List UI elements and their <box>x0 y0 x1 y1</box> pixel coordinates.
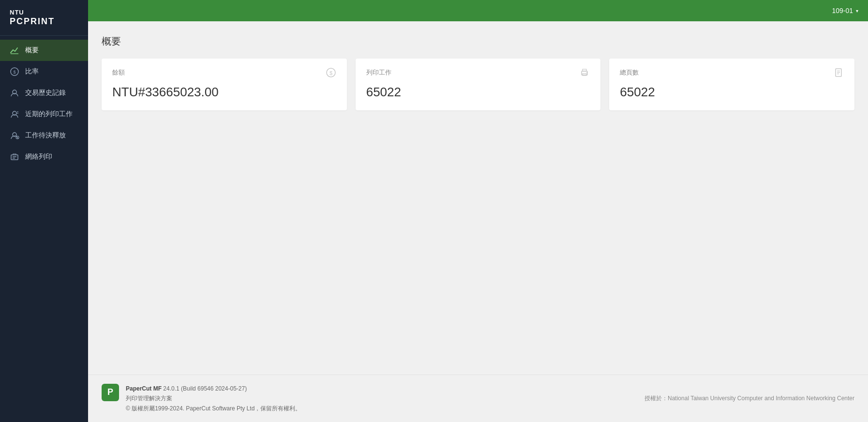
chart-line-icon <box>10 45 19 55</box>
papercut-logo: P <box>102 384 119 401</box>
cards-row: 餘額 $ NTU#33665023.00 列印工作 <box>102 59 854 110</box>
recent-jobs-icon <box>10 109 19 119</box>
sidebar-label-transactions: 交易歷史記錄 <box>25 89 66 97</box>
footer-left: P PaperCut MF 24.0.1 (Build 69546 2024-0… <box>102 384 301 413</box>
footer-rights: 授權於：National Taiwan University Computer … <box>644 394 854 403</box>
logo-ntu: NTU <box>10 9 78 16</box>
balance-card: 餘額 $ NTU#33665023.00 <box>102 59 347 110</box>
svg-point-19 <box>586 72 587 73</box>
sidebar-item-transactions[interactable]: 交易歷史記錄 <box>0 82 88 104</box>
print-jobs-card: 列印工作 65022 <box>356 59 601 110</box>
logo-pcprint: PCPRINT <box>10 16 78 27</box>
sidebar-item-rate[interactable]: $ 比率 <box>0 61 88 82</box>
pages-icon <box>833 67 844 78</box>
balance-label: 餘額 <box>112 68 125 77</box>
user-menu[interactable]: 109-01 ▾ <box>832 7 858 15</box>
svg-rect-23 <box>837 74 839 74</box>
username: 109-01 <box>832 7 853 15</box>
print-jobs-card-header: 列印工作 <box>366 67 590 78</box>
sidebar-label-recent-jobs: 近期的列印工作 <box>25 110 73 119</box>
footer-brand: PaperCut MF <box>126 385 162 392</box>
footer-info: PaperCut MF 24.0.1 (Build 69546 2024-05-… <box>126 384 301 413</box>
page-count-value: 65022 <box>620 85 844 100</box>
footer-tagline: 列印管理解決方案 <box>126 393 301 403</box>
svg-text:$: $ <box>13 70 15 75</box>
page-title: 概要 <box>102 35 854 48</box>
svg-rect-12 <box>13 156 16 157</box>
sidebar-logo: NTU PCPRINT <box>0 0 88 36</box>
svg-rect-13 <box>13 158 15 159</box>
page-count-card: 總頁數 65022 <box>609 59 854 110</box>
sidebar-label-held-jobs: 工作待決釋放 <box>25 131 66 140</box>
sidebar: NTU PCPRINT 概要 $ 比率 <box>0 0 88 422</box>
svg-rect-22 <box>837 72 840 73</box>
balance-card-header: 餘額 $ <box>112 67 336 78</box>
sidebar-label-web-print: 網絡列印 <box>25 152 52 161</box>
svg-text:$: $ <box>329 70 332 76</box>
held-jobs-icon <box>10 131 19 140</box>
page-count-card-header: 總頁數 <box>620 67 844 78</box>
sidebar-item-overview[interactable]: 概要 <box>0 40 88 61</box>
rate-icon: $ <box>10 67 19 76</box>
svg-point-10 <box>17 138 18 138</box>
svg-rect-21 <box>837 71 840 71</box>
sidebar-nav: 概要 $ 比率 交易歷史記錄 <box>0 36 88 422</box>
svg-rect-11 <box>11 155 18 160</box>
printer-icon <box>579 67 590 78</box>
sidebar-item-web-print[interactable]: 網絡列印 <box>0 146 88 167</box>
page-count-label: 總頁數 <box>620 68 639 77</box>
sidebar-label-overview: 概要 <box>25 46 39 55</box>
topbar: 109-01 ▾ <box>88 0 868 21</box>
footer-copyright: © 版權所屬1999-2024. PaperCut Software Pty L… <box>126 404 301 413</box>
main-area: 109-01 ▾ 概要 餘額 $ NTU#33665023.00 <box>88 0 868 422</box>
web-print-icon <box>10 152 19 162</box>
chevron-down-icon: ▾ <box>856 8 858 14</box>
balance-value: NTU#33665023.00 <box>112 85 336 100</box>
content-area: 概要 餘額 $ NTU#33665023.00 列 <box>88 21 868 375</box>
print-jobs-value: 65022 <box>366 85 590 100</box>
sidebar-item-held-jobs[interactable]: 工作待決釋放 <box>0 125 88 146</box>
footer-version: 24.0.1 (Build 69546 2024-05-27) <box>163 385 247 392</box>
sidebar-label-rate: 比率 <box>25 67 39 76</box>
balance-icon: $ <box>326 67 336 78</box>
footer: P PaperCut MF 24.0.1 (Build 69546 2024-0… <box>88 375 868 422</box>
sidebar-item-recent-jobs[interactable]: 近期的列印工作 <box>0 104 88 125</box>
transactions-icon <box>10 88 19 98</box>
print-jobs-label: 列印工作 <box>366 68 391 77</box>
